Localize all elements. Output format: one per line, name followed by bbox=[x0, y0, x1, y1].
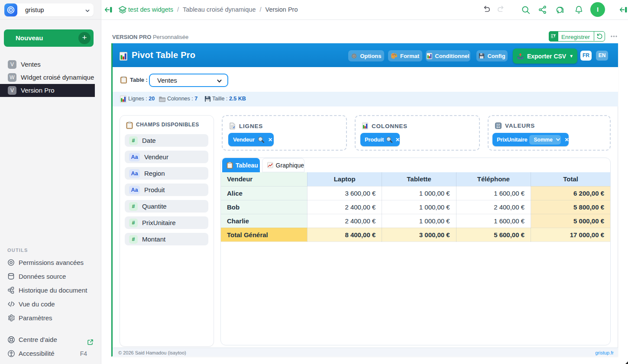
svg-text:34: 34 bbox=[496, 126, 500, 129]
svg-text:12: 12 bbox=[496, 123, 500, 126]
